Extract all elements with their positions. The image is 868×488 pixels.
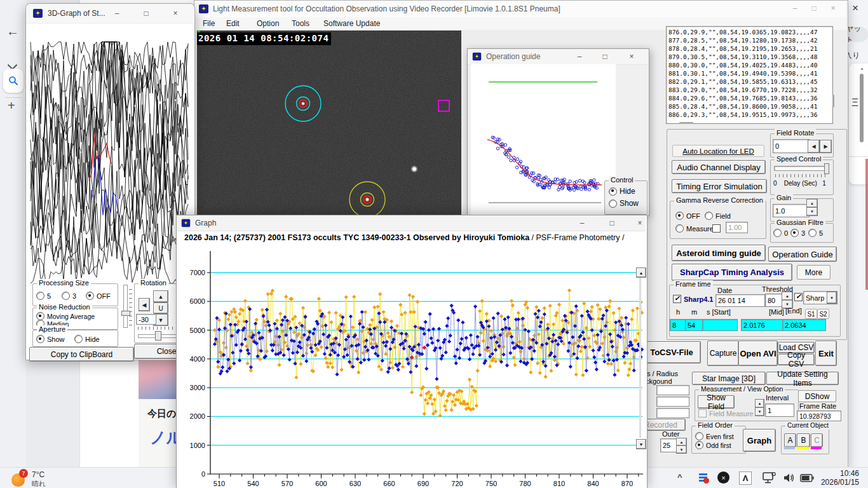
search-button[interactable]: [3, 69, 24, 93]
menu-option[interactable]: Option: [257, 19, 279, 28]
gamma-field-radio[interactable]: Field: [705, 212, 731, 220]
rotation-value-field[interactable]: -30: [136, 314, 156, 325]
dshow-button[interactable]: DShow: [798, 390, 836, 402]
gaussian-5-radio[interactable]: 5: [808, 229, 823, 237]
gaussian-0-radio[interactable]: 0: [773, 229, 788, 237]
operation-guide-titlebar[interactable]: ✦ Operation guide: [468, 49, 648, 65]
battery-icon[interactable]: [800, 474, 814, 482]
interval-up-button[interactable]: ▲: [755, 399, 764, 408]
plot-scroll-down-icon[interactable]: ▼: [636, 439, 646, 449]
graph-button[interactable]: Graph: [743, 429, 776, 452]
minimize-icon[interactable]: –: [571, 50, 588, 63]
tray-expand-icon[interactable]: ^: [677, 472, 682, 482]
guide-show-radio[interactable]: Show: [609, 199, 639, 208]
rotation-u-button[interactable]: U: [153, 302, 168, 314]
frame-rate-field[interactable]: 10.928793: [797, 410, 841, 421]
hamburger-icon[interactable]: Ξ: [851, 97, 858, 109]
menu-edit[interactable]: Edit: [226, 19, 240, 28]
plot-scroll-up-icon[interactable]: ▲: [636, 268, 646, 278]
vertical-slider-track[interactable]: [123, 285, 128, 328]
close-icon[interactable]: ×: [632, 217, 648, 229]
clock-widget[interactable]: 10:46 2026/01/15: [813, 469, 859, 487]
video-frame[interactable]: 2026 01 14 08:54:02:074: [197, 30, 461, 220]
maximize-icon[interactable]: □: [604, 217, 620, 229]
gamma-off-radio[interactable]: OFF: [675, 212, 700, 220]
audio-channel-display-button[interactable]: Audio Channel Display: [672, 160, 766, 174]
more-button[interactable]: More: [797, 265, 831, 280]
field-rotate-left-button[interactable]: ◀: [808, 140, 820, 153]
date-field[interactable]: 26 01 14: [715, 294, 765, 307]
outer-down-button[interactable]: ▼: [676, 445, 687, 454]
sharp-combo-checkbox[interactable]: [794, 293, 803, 301]
end-field[interactable]: 2.0634: [782, 319, 826, 331]
speaker-icon[interactable]: [783, 473, 796, 483]
sharp41-checkbox[interactable]: Sharp4.1: [673, 295, 713, 303]
close-icon[interactable]: ×: [167, 7, 184, 20]
menu-file[interactable]: File: [203, 19, 215, 28]
close-icon[interactable]: ×: [623, 50, 640, 63]
radius-field-2[interactable]: [656, 396, 689, 407]
aperture-show-radio[interactable]: Show: [36, 335, 65, 343]
menu-software-update[interactable]: Software Update: [323, 19, 380, 28]
rotate-up-button[interactable]: ▲: [153, 290, 168, 302]
asteroid-timing-guide-button[interactable]: Asteroid timing guide: [672, 245, 766, 261]
combo-dropdown-icon[interactable]: ▼: [827, 292, 837, 304]
speed-slider-track[interactable]: [774, 166, 827, 171]
interval-down-button[interactable]: ▼: [755, 407, 764, 416]
mid-field[interactable]: 2.0176: [741, 319, 785, 331]
object-b-button[interactable]: B: [797, 433, 810, 447]
aperture-hide-radio[interactable]: Hide: [74, 335, 100, 343]
capture-button[interactable]: Capture: [707, 341, 739, 366]
copy-csv-button[interactable]: Copy CSV: [778, 354, 815, 365]
minimize-icon[interactable]: –: [574, 217, 590, 229]
gamma-checkbox[interactable]: [712, 224, 721, 233]
guide-hide-radio[interactable]: Hide: [609, 187, 635, 196]
field-rotate-value[interactable]: 0: [773, 139, 810, 153]
sharpcap-timing-button[interactable]: SharpCap Timing Analysis: [672, 264, 792, 281]
back-icon[interactable]: ←: [6, 24, 19, 39]
threshold-up-button[interactable]: ▲: [782, 292, 793, 301]
close-icon[interactable]: ×: [825, 2, 841, 15]
plot-scrollbar-track[interactable]: [639, 278, 641, 438]
scrollbar-thumb[interactable]: [860, 74, 864, 142]
speed-slider-thumb[interactable]: [824, 163, 829, 174]
mute-circle-icon[interactable]: ×: [717, 471, 729, 484]
ime-a-icon[interactable]: Λ: [739, 471, 752, 485]
processing-5-radio[interactable]: 5: [36, 292, 51, 300]
monitor-icon[interactable]: [763, 472, 776, 484]
csv-hscrollbar-thumb[interactable]: [679, 122, 693, 124]
maximize-icon[interactable]: □: [597, 50, 613, 63]
minimize-icon[interactable]: –: [787, 2, 803, 15]
gain-up-button[interactable]: ▲: [806, 199, 818, 208]
menu-tools[interactable]: Tools: [292, 19, 309, 28]
scroll-up-icon[interactable]: ▲: [860, 66, 864, 71]
sharp-combo[interactable]: Sharp ▼: [803, 291, 837, 304]
gain-down-button[interactable]: ▼: [806, 207, 818, 216]
object-a-button[interactable]: A: [784, 433, 796, 447]
csv-vscrollbar-thumb[interactable]: [832, 95, 834, 107]
even-first-radio[interactable]: Even first: [695, 432, 734, 440]
close-icon[interactable]: ×: [852, 2, 858, 15]
star-image-3d-button[interactable]: Star Image [3D]: [692, 372, 766, 385]
rotation-slider-thumb[interactable]: [155, 331, 161, 341]
csv-textbox[interactable]: 876.0,29.9,"",08,54,19.0365,19.0823,,,,4…: [666, 26, 833, 124]
timing-error-simulation-button[interactable]: Timing Error Simulation: [672, 179, 767, 193]
show-field-button[interactable]: Show Field: [698, 395, 735, 409]
exit-button[interactable]: Exit: [815, 341, 837, 366]
s2-tile[interactable]: S2: [817, 309, 829, 319]
tocsv-button[interactable]: ToCSV-File: [642, 341, 701, 363]
processing-off-radio[interactable]: OFF: [86, 292, 111, 300]
add-icon[interactable]: +: [8, 98, 15, 113]
processing-3-radio[interactable]: 3: [62, 292, 76, 300]
maximize-icon[interactable]: □: [138, 7, 154, 20]
radius-field-1[interactable]: [656, 385, 689, 395]
rotate-left-button[interactable]: ◀: [139, 298, 150, 311]
gamma-measure-radio[interactable]: Measure: [675, 224, 714, 233]
s1-tile[interactable]: S1: [805, 309, 817, 319]
maximize-icon[interactable]: □: [806, 2, 822, 15]
start-field[interactable]: [702, 319, 738, 331]
weather-widget[interactable]: 7 7°C 晴れ: [9, 470, 104, 487]
odd-first-radio[interactable]: Odd first: [695, 441, 731, 449]
gaussian-3-radio[interactable]: 3: [790, 229, 805, 237]
limovie-titlebar[interactable]: ✦ Light Measurement tool for Occultation…: [194, 1, 846, 18]
